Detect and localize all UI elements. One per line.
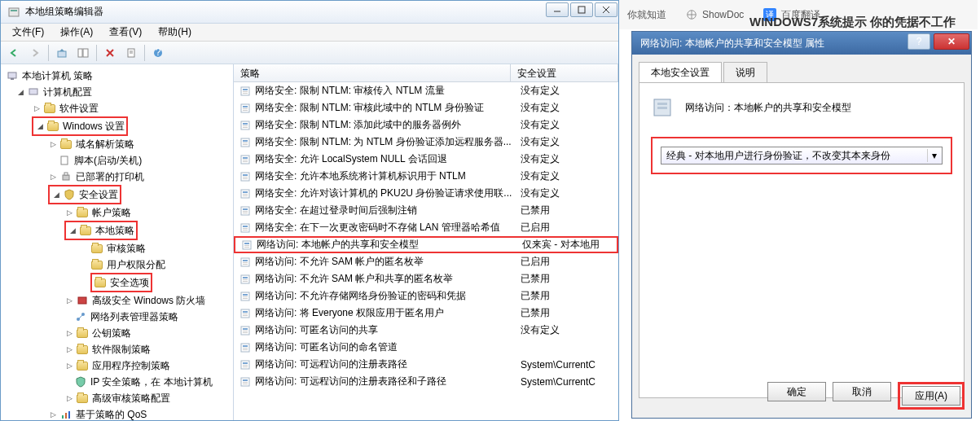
ok-button[interactable]: 确定 (767, 382, 826, 401)
tree-network-list[interactable]: 网络列表管理器策略 (1, 309, 233, 325)
dialog-close-button[interactable]: ✕ (934, 33, 969, 50)
svg-rect-6 (78, 49, 82, 57)
policy-row[interactable]: 网络安全: 允许对该计算机的 PKU2U 身份验证请求使用联...没有定义 (234, 185, 618, 202)
policy-row[interactable]: 网络访问: 不允许 SAM 帐户和共享的匿名枚举已禁用 (234, 270, 618, 287)
up-button[interactable] (52, 44, 72, 62)
column-header-policy[interactable]: 策略 (234, 64, 511, 81)
tab-explain[interactable]: 说明 (723, 62, 767, 83)
menu-view[interactable]: 查看(V) (103, 24, 148, 41)
tree-audit-config[interactable]: ▷高级审核策略配置 (1, 390, 233, 406)
policy-row[interactable]: 网络访问: 本地帐户的共享和安全模型仅来宾 - 对本地用 (234, 236, 618, 253)
policy-row[interactable]: 网络安全: 限制 NTLM: 添加此域中的服务器例外没有定义 (234, 116, 618, 134)
minimize-button[interactable] (546, 2, 569, 17)
policy-icon (239, 290, 252, 303)
svg-rect-7 (83, 49, 88, 57)
svg-rect-43 (243, 157, 248, 159)
policy-row[interactable]: 网络访问: 可匿名访问的共享没有定义 (234, 322, 618, 339)
svg-rect-51 (243, 191, 248, 193)
apply-button[interactable]: 应用(A) (902, 386, 960, 406)
svg-rect-28 (243, 91, 248, 92)
policy-name: 网络访问: 不允许存储网络身份验证的密码和凭据 (255, 289, 521, 303)
policy-list[interactable]: 策略 安全设置 网络安全: 限制 NTLM: 审核传入 NTLM 流量没有定义网… (234, 64, 618, 420)
tree-label: 脚本(启动/关机) (74, 154, 142, 168)
shield-icon (74, 375, 87, 388)
titlebar[interactable]: 本地组策略编辑器 (1, 1, 618, 24)
policy-row[interactable]: 网络安全: 允许本地系统将计算机标识用于 NTLM没有定义 (234, 168, 618, 185)
tree-app-control[interactable]: ▷应用程序控制策略 (1, 357, 233, 374)
policy-row[interactable]: 网络安全: 在下一次更改密码时不存储 LAN 管理器哈希值已启用 (234, 219, 618, 236)
svg-rect-80 (243, 314, 248, 314)
policy-name: 网络访问: 将 Everyone 权限应用于匿名用户 (255, 306, 521, 320)
policy-row[interactable]: 网络安全: 限制 NTLM: 为 NTLM 身份验证添加远程服务器...没有定义 (234, 134, 618, 151)
tree-name-resolution[interactable]: ▷域名解析策略 (1, 136, 233, 152)
menu-help[interactable]: 帮助(H) (152, 24, 198, 41)
folder-icon (91, 244, 103, 253)
tree-security-options[interactable]: 安全选项 (94, 274, 149, 291)
tree-qos[interactable]: ▷基于策略的 QoS (1, 406, 233, 420)
policy-row[interactable]: 网络安全: 限制 NTLM: 审核传入 NTLM 流量没有定义 (234, 82, 618, 99)
maximize-button[interactable] (570, 2, 593, 17)
tree-public-key[interactable]: ▷公钥策略 (1, 325, 233, 341)
forward-button[interactable] (25, 44, 45, 62)
tree-user-rights[interactable]: 用户权限分配 (1, 257, 233, 273)
tab-local-security[interactable]: 本地安全设置 (639, 62, 722, 83)
tree-label: 网络列表管理器策略 (90, 310, 178, 324)
policy-icon (239, 102, 252, 115)
tree-account-policy[interactable]: ▷帐户策略 (1, 204, 233, 221)
tree-printers[interactable]: ▷已部署的打印机 (1, 169, 233, 185)
policy-setting: 已禁用 (521, 289, 618, 303)
tree-computer-config[interactable]: ◢计算机配置 (1, 84, 233, 100)
svg-rect-61 (243, 230, 248, 230)
tree-software-restrict[interactable]: ▷软件限制策略 (1, 341, 233, 357)
policy-row[interactable]: 网络访问: 将 Everyone 权限应用于匿名用户已禁用 (234, 305, 618, 322)
tree-security-settings[interactable]: ◢安全设置 (51, 186, 118, 203)
close-button[interactable] (595, 2, 617, 17)
svg-rect-65 (244, 247, 249, 248)
delete-button[interactable] (100, 44, 120, 62)
show-hide-button[interactable] (73, 44, 93, 62)
cancel-button[interactable]: 取消 (833, 382, 891, 401)
policy-row[interactable]: 网络安全: 限制 NTLM: 审核此域中的 NTLM 身份验证没有定义 (234, 99, 618, 116)
tree-windows-settings[interactable]: ◢Windows 设置 (35, 118, 125, 134)
policy-name: 网络访问: 可匿名访问的共享 (255, 323, 521, 337)
column-header-setting[interactable]: 安全设置 (511, 64, 618, 81)
collapse-icon[interactable]: ◢ (51, 190, 61, 200)
browser-tab-1[interactable]: 你就知道 (627, 8, 666, 22)
policy-row[interactable]: 网络访问: 不允许 SAM 帐户的匿名枚举已启用 (234, 253, 618, 270)
dialog-help-button[interactable]: ? (907, 33, 930, 50)
tree-label: 审核策略 (107, 242, 146, 256)
tree-ip-security[interactable]: IP 安全策略，在 本地计算机 (1, 374, 233, 390)
menu-file[interactable]: 文件(F) (6, 24, 51, 41)
back-button[interactable] (4, 44, 24, 62)
policy-row[interactable]: 网络访问: 可远程访问的注册表路径System\CurrentC (234, 356, 618, 373)
tree-scripts[interactable]: 脚本(启动/关机) (1, 152, 233, 169)
browser-tab-2[interactable]: ShowDoc (686, 9, 744, 20)
policy-row[interactable]: 网络安全: 在超过登录时间后强制注销已禁用 (234, 202, 618, 219)
policy-row[interactable]: 网络访问: 不允许存储网络身份验证的密码和凭据已禁用 (234, 287, 618, 305)
props-titlebar[interactable]: 网络访问: 本地帐户的共享和安全模型 属性 ? ✕ (632, 32, 971, 55)
svg-rect-95 (243, 379, 248, 381)
properties-button[interactable] (121, 44, 141, 62)
policy-row[interactable]: 网络安全: 允许 LocalSystem NULL 会话回退没有定义 (234, 151, 618, 168)
tree-root[interactable]: 本地计算机 策略 (1, 68, 233, 84)
tree-software-settings[interactable]: ▷软件设置 (1, 100, 233, 116)
policy-row[interactable]: 网络访问: 可远程访问的注册表路径和子路径System\CurrentC (234, 373, 618, 390)
folder-icon (91, 261, 103, 270)
policy-name: 网络安全: 在超过登录时间后强制注销 (255, 204, 521, 217)
tree-firewall[interactable]: ▷高级安全 Windows 防火墙 (1, 292, 233, 309)
model-select[interactable]: 经典 - 对本地用户进行身份验证，不改变其本来身份 ▾ (661, 147, 943, 164)
svg-rect-15 (29, 89, 37, 94)
collapse-icon[interactable]: ◢ (35, 121, 45, 131)
collapse-icon[interactable]: ◢ (68, 226, 77, 235)
svg-rect-1 (9, 8, 19, 16)
expand-icon[interactable]: ▷ (32, 103, 42, 113)
tree-local-policy[interactable]: ◢本地策略 (68, 222, 134, 239)
tree-label: Windows 设置 (63, 120, 125, 134)
highlight-box-security-settings: ◢安全设置 (48, 185, 121, 204)
menu-action[interactable]: 操作(A) (54, 24, 99, 41)
help-button[interactable]: ? (148, 44, 168, 62)
tree-panel[interactable]: 本地计算机 策略 ◢计算机配置 ▷软件设置 ◢Windows 设置 ▷域名解析策… (1, 64, 234, 420)
collapse-icon[interactable]: ◢ (15, 87, 25, 97)
tree-audit-policy[interactable]: 审核策略 (1, 240, 233, 257)
policy-row[interactable]: 网络访问: 可匿名访问的命名管道 (234, 339, 618, 356)
